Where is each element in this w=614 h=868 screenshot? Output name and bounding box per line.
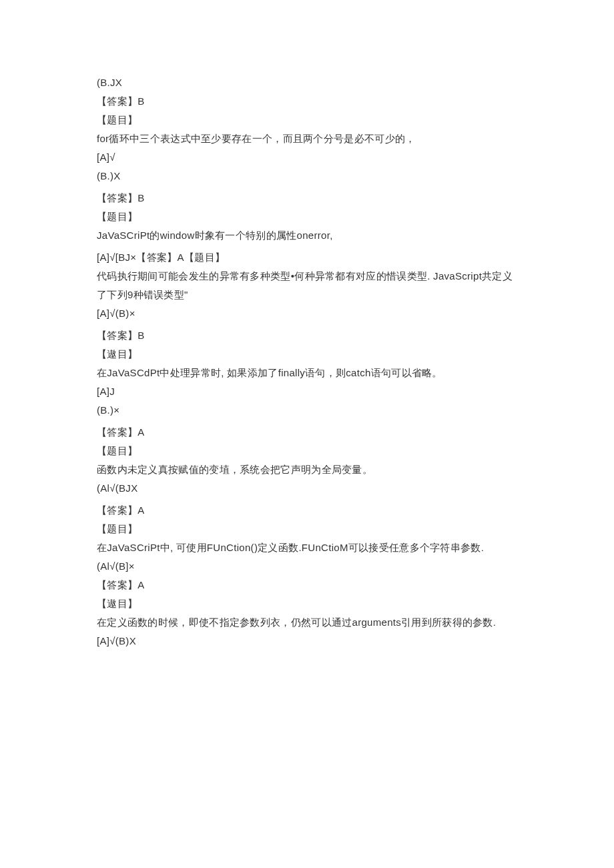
text-line: [A]J <box>97 382 521 401</box>
document-page: (B.JX 【答案】B 【题目】 for循环中三个表达式中至少要存在一个，而且两… <box>0 0 614 868</box>
text-line: 【答案】B <box>97 326 521 345</box>
text-line: 【遨目】 <box>97 345 521 364</box>
text-line: 【答案】A <box>97 501 521 520</box>
text-line: 在定义函数的时候，即使不指定参数列衣，仍然可以通过arguments引用到所获得… <box>97 613 521 650</box>
text-line: (Al√(BJX <box>97 479 521 498</box>
text-line: [A]√[BJ×【答案】A【题目】 <box>97 248 521 267</box>
text-line: 【遨目】 <box>97 594 521 613</box>
text-line: 【答案】A <box>97 423 521 442</box>
text-line: 【答案】B <box>97 189 521 207</box>
text-line: 函数内未定义真按赋值的变埴，系统会把它声明为全局变量。 <box>97 460 521 479</box>
text-line: JaVaSCriPt的window时象有一个特别的属性onerror, <box>97 226 521 245</box>
text-line: [A]√(B)× <box>97 304 521 323</box>
text-line: 【题目】 <box>97 207 521 226</box>
text-line: for循环中三个表达式中至少要存在一个，而且两个分号是必不可少的， <box>97 129 521 148</box>
text-line: 【答案】A <box>97 576 521 594</box>
text-line: [A]√ <box>97 148 521 167</box>
text-line: (B.)× <box>97 401 521 420</box>
text-line: 【题目】 <box>97 111 521 129</box>
text-line: 【题目】 <box>97 520 521 538</box>
text-line: (B.JX <box>97 73 521 92</box>
text-line: 【题目】 <box>97 442 521 460</box>
text-line: 在JaVaSCriPt中, 可使用FUnCtion()定义函数.FUnCtioM… <box>97 538 521 576</box>
text-line: 代码执行期间可能会发生的异常有多种类型•何种异常都有对应的惜误类型. JavaS… <box>97 267 521 304</box>
text-line: (B.)X <box>97 167 521 185</box>
text-line: 【答案】B <box>97 92 521 111</box>
text-line: 在JaVaSCdPt中处理异常时, 如果添加了finally语句，则catch语… <box>97 364 521 382</box>
